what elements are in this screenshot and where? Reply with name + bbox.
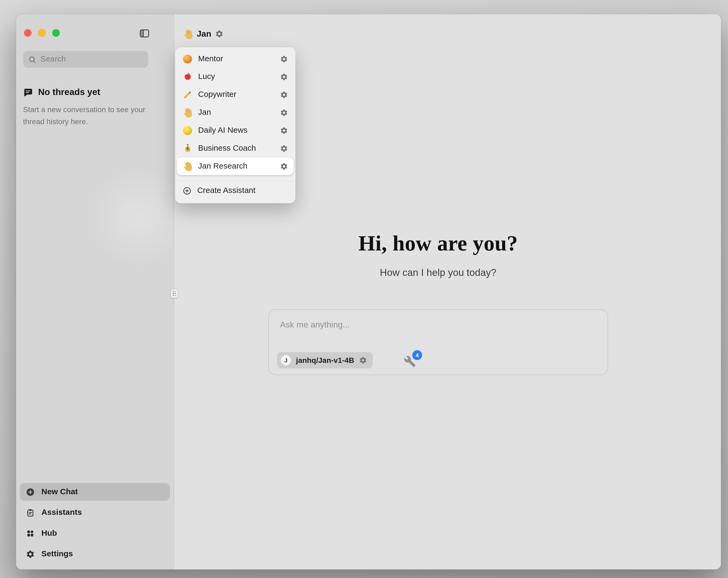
assistant-menu-item-jan[interactable]: Jan [177, 104, 293, 122]
sidebar-item-settings[interactable]: Settings [20, 545, 170, 563]
composer[interactable]: J janhq/Jan-v1-4B 4 [268, 309, 608, 375]
prompt-input[interactable] [280, 320, 596, 330]
sidebar-item-new-chat[interactable]: New Chat [20, 483, 170, 501]
search-icon [28, 55, 36, 64]
sidebar-resize-handle[interactable] [171, 289, 178, 298]
assistant-menu-item-jan-research[interactable]: Jan Research [177, 157, 293, 175]
threads-empty-state: No threads yet Start a new conversation … [23, 87, 155, 128]
search-field[interactable] [23, 51, 148, 68]
model-avatar: J [280, 355, 291, 366]
greeting-title: Hi, how are you? [268, 231, 608, 255]
assistant-menu-item-label: Copywriter [198, 90, 236, 99]
grid-icon [26, 529, 35, 537]
desktop: No threads yet Start a new conversation … [0, 0, 728, 578]
close-button[interactable] [24, 29, 31, 37]
sidebar-item-label: New Chat [42, 487, 78, 496]
assistant-menu-item-label: Jan [198, 108, 211, 117]
model-name: janhq/Jan-v1-4B [296, 356, 354, 365]
sidebar-item-assistants[interactable]: Assistants [20, 504, 170, 522]
assistant-menu-item-copywriter[interactable]: Copywriter [177, 85, 293, 104]
sidebar-item-hub[interactable]: Hub [20, 524, 170, 542]
assistant-menu-item-label: Jan Research [198, 161, 247, 171]
greeting: Hi, how are you? How can I help you toda… [268, 231, 608, 278]
tools-count-badge: 4 [412, 350, 422, 360]
money-bag-icon [182, 144, 192, 153]
assistant-menu-item-label: Lucy [198, 72, 215, 81]
sidebar-toggle-icon[interactable] [139, 28, 150, 38]
empty-state-description: Start a new conversation to see your thr… [23, 104, 155, 128]
empty-state-title: No threads yet [38, 87, 100, 97]
sidebar: No threads yet Start a new conversation … [16, 14, 174, 570]
pencil-icon [182, 90, 192, 100]
assistant-menu: Mentor Lucy Copywriter [175, 47, 295, 203]
assistant-menu-item-label: Mentor [198, 54, 223, 64]
minimize-button[interactable] [38, 29, 46, 37]
assistant-menu-item-daily-ai-news[interactable]: Daily AI News [177, 122, 293, 140]
create-assistant-label: Create Assistant [197, 186, 256, 195]
waving-hand-icon [181, 106, 194, 119]
assistant-menu-item-mentor[interactable]: Mentor [177, 50, 293, 68]
waving-hand-icon [182, 28, 194, 40]
zoom-button[interactable] [52, 29, 60, 37]
gear-icon[interactable] [280, 144, 288, 152]
waving-hand-icon [181, 160, 194, 173]
orange-circle-icon [182, 54, 192, 64]
tools-button[interactable]: 4 [404, 355, 416, 368]
greeting-subtitle: How can I help you today? [268, 267, 608, 278]
gear-icon[interactable] [280, 162, 288, 170]
menu-separator [175, 181, 295, 181]
gear-icon[interactable] [280, 108, 288, 117]
search-input[interactable] [41, 55, 143, 64]
gear-icon[interactable] [280, 55, 288, 63]
yellow-circle-icon [182, 126, 192, 135]
main-area: Jan Mentor Lucy [174, 14, 721, 570]
create-assistant-button[interactable]: Create Assistant [177, 182, 293, 200]
sidebar-item-label: Assistants [42, 508, 82, 517]
gear-icon [26, 550, 35, 558]
model-selector[interactable]: J janhq/Jan-v1-4B [277, 352, 372, 369]
model-settings-gear-icon[interactable] [359, 356, 367, 364]
gear-icon[interactable] [280, 126, 288, 134]
assistant-selector[interactable]: Jan [179, 26, 228, 42]
assistant-menu-item-label: Business Coach [198, 144, 256, 153]
gear-icon[interactable] [280, 91, 288, 99]
plus-circle-icon [26, 487, 35, 496]
gear-icon[interactable] [280, 73, 288, 81]
apple-icon [182, 72, 192, 82]
assistant-menu-item-business-coach[interactable]: Business Coach [177, 140, 293, 157]
app-window: No threads yet Start a new conversation … [16, 14, 721, 570]
assistant-settings-gear-icon[interactable] [215, 30, 224, 38]
window-controls [24, 29, 60, 37]
sidebar-item-label: Hub [42, 528, 57, 538]
clipboard-icon [26, 508, 35, 517]
plus-circle-outline-icon [182, 186, 191, 195]
assistant-menu-item-label: Daily AI News [198, 126, 247, 135]
current-assistant-name: Jan [197, 29, 211, 39]
sidebar-item-label: Settings [42, 549, 73, 559]
assistant-menu-item-lucy[interactable]: Lucy [177, 68, 293, 85]
chat-bubble-icon [23, 87, 33, 97]
sidebar-nav: New Chat Assistants Hub Settings [20, 483, 170, 563]
